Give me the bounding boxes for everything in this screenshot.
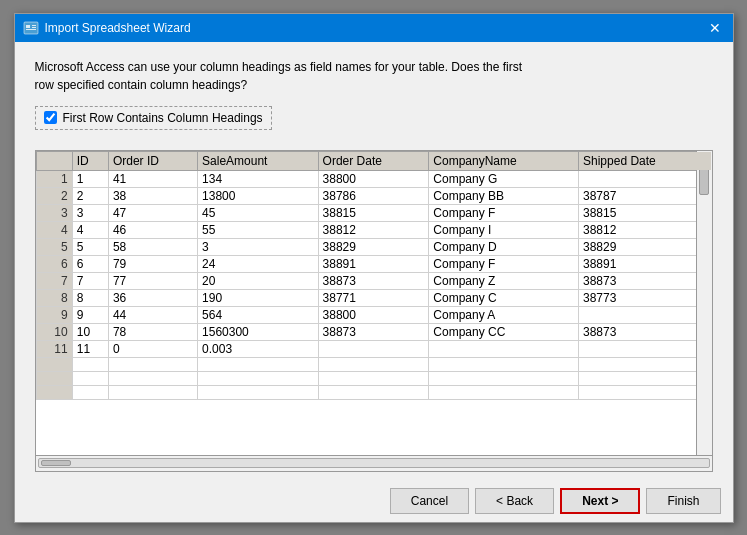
table-cell-empty: [198, 357, 319, 371]
table-cell-empty: [108, 357, 197, 371]
table-cell-empty: [72, 385, 108, 399]
table-cell: 47: [108, 204, 197, 221]
row-number: 7: [36, 272, 72, 289]
col-header-orderid: Order ID: [108, 151, 197, 170]
table-cell: [579, 340, 711, 357]
col-header-id: ID: [72, 151, 108, 170]
table-cell: 38800: [318, 170, 429, 187]
finish-button[interactable]: Finish: [646, 488, 720, 514]
table-cell: 79: [108, 255, 197, 272]
table-cell: 41: [108, 170, 197, 187]
row-number: 3: [36, 204, 72, 221]
table-cell: 2: [72, 187, 108, 204]
title-bar-left: Import Spreadsheet Wizard: [23, 20, 191, 36]
table-row: 101078156030038873Company CC38873: [36, 323, 711, 340]
table-cell: [318, 340, 429, 357]
table-cell-empty: [72, 357, 108, 371]
table-cell: 38787: [579, 187, 711, 204]
table-cell: 38812: [579, 221, 711, 238]
row-number-empty: [36, 371, 72, 385]
table-cell: 1: [72, 170, 108, 187]
svg-rect-1: [26, 25, 30, 28]
table-cell: [429, 340, 579, 357]
table-cell: 38891: [318, 255, 429, 272]
table-wrapper[interactable]: ID Order ID SaleAmount Order Date Compan…: [36, 151, 712, 455]
table-cell: 38873: [318, 272, 429, 289]
table-cell: 564: [198, 306, 319, 323]
table-cell-empty: [108, 385, 197, 399]
import-wizard-dialog: Import Spreadsheet Wizard ✕ Microsoft Ac…: [14, 13, 734, 523]
table-cell: 3: [198, 238, 319, 255]
table-cell-empty: [108, 371, 197, 385]
table-cell: Company BB: [429, 187, 579, 204]
table-cell: 38815: [318, 204, 429, 221]
table-row-empty: [36, 385, 711, 399]
table-cell: Company D: [429, 238, 579, 255]
row-number: 1: [36, 170, 72, 187]
vertical-scrollbar[interactable]: [696, 151, 712, 455]
dialog-footer: Cancel < Back Next > Finish: [15, 480, 733, 522]
table-cell-empty: [429, 371, 579, 385]
back-button[interactable]: < Back: [475, 488, 554, 514]
table-cell: 4: [72, 221, 108, 238]
row-number-empty: [36, 357, 72, 371]
table-cell: 38812: [318, 221, 429, 238]
table-row: 44465538812Company I38812: [36, 221, 711, 238]
table-cell: Company Z: [429, 272, 579, 289]
table-cell: 6: [72, 255, 108, 272]
checkbox-label[interactable]: First Row Contains Column Headings: [63, 111, 263, 125]
table-cell: 0.003: [198, 340, 319, 357]
table-cell: Company F: [429, 255, 579, 272]
table-row: 66792438891Company F38891: [36, 255, 711, 272]
table-cell-empty: [72, 371, 108, 385]
checkbox-container: First Row Contains Column Headings: [35, 106, 272, 130]
table-cell: 38800: [318, 306, 429, 323]
table-row: 33474538815Company F38815: [36, 204, 711, 221]
close-button[interactable]: ✕: [705, 18, 725, 38]
row-number: 2: [36, 187, 72, 204]
table-cell: 38891: [579, 255, 711, 272]
table-cell: 20: [198, 272, 319, 289]
col-header-shippeddate: Shipped Date: [579, 151, 711, 170]
scrollbar-track-h[interactable]: [38, 458, 710, 468]
scrollbar-thumb-h[interactable]: [41, 460, 71, 466]
table-row-empty: [36, 357, 711, 371]
dialog-title: Import Spreadsheet Wizard: [45, 21, 191, 35]
table-cell: 38873: [318, 323, 429, 340]
table-cell: 38: [108, 187, 197, 204]
table-cell: 38829: [579, 238, 711, 255]
horizontal-scrollbar[interactable]: [36, 455, 712, 471]
table-cell: 0: [108, 340, 197, 357]
table-cell: 46: [108, 221, 197, 238]
next-button[interactable]: Next >: [560, 488, 640, 514]
table-cell-empty: [198, 385, 319, 399]
col-header-companyname: CompanyName: [429, 151, 579, 170]
table-cell: 38873: [579, 272, 711, 289]
table-row: 111100.003: [36, 340, 711, 357]
table-cell-empty: [579, 357, 711, 371]
spreadsheet-table: ID Order ID SaleAmount Order Date Compan…: [36, 151, 712, 400]
table-cell: 7: [72, 272, 108, 289]
table-cell: 38873: [579, 323, 711, 340]
first-row-checkbox[interactable]: [44, 111, 57, 124]
title-bar: Import Spreadsheet Wizard ✕: [15, 14, 733, 42]
table-row: 994456438800Company A: [36, 306, 711, 323]
table-row-empty: [36, 371, 711, 385]
table-cell: 45: [198, 204, 319, 221]
table-cell: 8: [72, 289, 108, 306]
table-cell: [579, 170, 711, 187]
table-cell: Company A: [429, 306, 579, 323]
table-cell: Company CC: [429, 323, 579, 340]
table-cell: 11: [72, 340, 108, 357]
table-row: 77772038873Company Z38873: [36, 272, 711, 289]
cancel-button[interactable]: Cancel: [390, 488, 469, 514]
col-header-orderdate: Order Date: [318, 151, 429, 170]
table-cell: 36: [108, 289, 197, 306]
table-row: 22381380038786Company BB38787: [36, 187, 711, 204]
table-cell: 190: [198, 289, 319, 306]
table-cell: 58: [108, 238, 197, 255]
table-cell-empty: [429, 385, 579, 399]
row-number: 6: [36, 255, 72, 272]
dialog-content: Microsoft Access can use your column hea…: [15, 42, 733, 480]
table-cell: Company C: [429, 289, 579, 306]
